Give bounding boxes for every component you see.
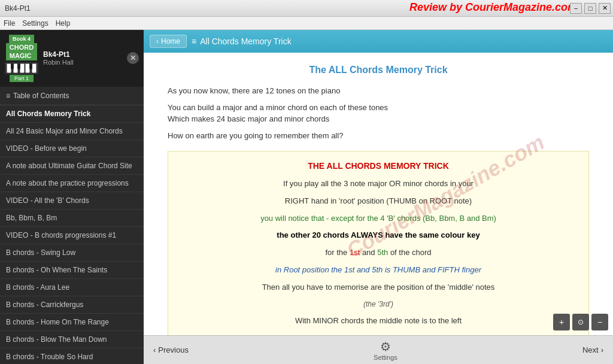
page-title: The ALL Chords Memory Trick (168, 65, 589, 75)
zoom-in-button[interactable]: + (553, 314, 570, 330)
menu-file[interactable]: File (4, 19, 15, 28)
sidebar-header-info: Bk4-Pt1 Robin Hall (43, 50, 122, 66)
menu-help[interactable]: Help (56, 19, 71, 28)
toc-item-6[interactable]: Bb, Bbm, B, Bm (0, 210, 144, 227)
settings-label: Settings (374, 354, 397, 361)
nav-title-text: All Chords Memory Trick (200, 37, 291, 46)
top-nav: ‹ Home ≡ All Chords Memory Trick (144, 30, 613, 53)
page-content: CourierMagazine.com The ALL Chords Memor… (144, 53, 613, 335)
trick-line-2: RIGHT hand in 'root' position (THUMB on … (180, 195, 576, 208)
app-body: Book 4 CHORDMAGIC Part 1 Bk4-Pt1 Robin H… (0, 30, 613, 364)
trick-line-3: you will notice that - except for the 4 … (180, 213, 576, 225)
menu-settings[interactable]: Settings (22, 19, 48, 28)
title-bar: Bk4-Pt1 Review by CourierMagazine.com − … (0, 0, 613, 17)
content-area: ‹ Home ≡ All Chords Memory Trick Courier… (144, 30, 613, 364)
sidebar: Book 4 CHORDMAGIC Part 1 Bk4-Pt1 Robin H… (0, 30, 144, 364)
settings-gear-icon: ⚙ (380, 339, 391, 354)
toc-item-11[interactable]: B chords - Carrickfergus (0, 296, 144, 314)
close-button[interactable]: ✕ (599, 3, 611, 14)
page-para-1: You can build a major and a minor chord … (168, 102, 589, 125)
toc-item-4[interactable]: A note about the practice progressions (0, 175, 144, 192)
toc-item-10[interactable]: B chords - Aura Lee (0, 279, 144, 296)
toc-item-5[interactable]: VIDEO - All the 'B' Chords (0, 192, 144, 210)
trick-line-5: for the 1st and 5th of the chord (180, 247, 576, 259)
toc-item-14[interactable]: B chords - Trouble So Hard (0, 348, 144, 364)
toc-header-label: Table of Contents (13, 92, 69, 100)
toc-list: All Chords Memory Trick All 24 Basic Maj… (0, 105, 144, 364)
sidebar-header: Book 4 CHORDMAGIC Part 1 Bk4-Pt1 Robin H… (0, 30, 144, 87)
book-title-badge: CHORDMAGIC (6, 43, 37, 60)
title-bar-controls: − □ ✕ (570, 3, 611, 14)
zoom-out-button[interactable]: − (591, 314, 608, 330)
trick-box-title: THE ALL CHORDS MEMORY TRICK (180, 161, 576, 171)
bottom-bar: ‹ Previous ⚙ Settings Next › (144, 335, 613, 364)
sidebar-header-title: Bk4-Pt1 (43, 50, 122, 59)
settings-button[interactable]: ⚙ Settings (374, 339, 397, 361)
watermark-title: Review by CourierMagazine.com (409, 1, 577, 14)
toc-hamburger-icon: ≡ (6, 92, 10, 100)
part-badge: Part 1 (10, 75, 34, 82)
toc-item-9[interactable]: B chords - Oh When The Saints (0, 262, 144, 279)
trick-line-4: the other 20 chords ALWAYS have the same… (180, 229, 576, 242)
page-para-0: As you now know, there are 12 tones on t… (168, 85, 589, 97)
chevron-left-icon: ‹ (156, 37, 159, 46)
maximize-button[interactable]: □ (584, 3, 596, 14)
toc-item-12[interactable]: B chords - Home On The Range (0, 314, 144, 331)
next-button-label: Next (582, 345, 599, 354)
home-button-label: Home (161, 37, 180, 46)
toc-item-0[interactable]: All Chords Memory Trick (0, 105, 144, 123)
page-para-2: How on earth are you going to remember t… (168, 130, 589, 142)
close-sidebar-button[interactable]: ✕ (127, 52, 139, 64)
hamburger-icon: ≡ (192, 37, 196, 46)
trick-line-1: If you play all the 3 note major OR mino… (180, 178, 576, 190)
toc-item-1[interactable]: All 24 Basic Major and Minor Chords (0, 123, 144, 140)
trick-line-7: Then all you have to memorise are the po… (180, 281, 576, 294)
next-chevron-icon: › (601, 345, 603, 354)
trick-line-6: in Root position the 1st and 5th is THUM… (180, 264, 576, 277)
home-button[interactable]: ‹ Home (150, 35, 187, 48)
previous-button[interactable]: ‹ Previous (153, 345, 189, 354)
trick-line-9: With MINOR chords the middle note is to … (180, 315, 576, 327)
prev-chevron-icon: ‹ (153, 345, 156, 354)
zoom-controls: + ⊙ − (553, 314, 608, 330)
minimize-button[interactable]: − (570, 3, 582, 14)
toc-item-2[interactable]: VIDEO - Before we begin (0, 140, 144, 157)
trick-line-8: (the '3rd') (180, 299, 576, 310)
toc-header: ≡ Table of Contents (0, 87, 144, 105)
book-num-badge: Book 4 (9, 35, 34, 43)
next-button[interactable]: Next › (582, 345, 603, 354)
nav-title: ≡ All Chords Memory Trick (192, 37, 292, 46)
trick-box: THE ALL CHORDS MEMORY TRICK If you play … (168, 151, 589, 335)
toc-item-7[interactable]: VIDEO - B chords progressions #1 (0, 227, 144, 244)
menu-bar: File Settings Help (0, 17, 613, 30)
toc-item-13[interactable]: B chords - Blow The Man Down (0, 331, 144, 348)
toc-item-3[interactable]: A note about Ultimate Guitar Chord Site (0, 157, 144, 175)
zoom-fit-button[interactable]: ⊙ (572, 314, 589, 330)
prev-button-label: Previous (158, 345, 189, 354)
toc-item-8[interactable]: B chords - Swing Low (0, 244, 144, 262)
title-bar-text: Bk4-Pt1 (5, 4, 31, 13)
trick-line-10: With MAJOR chords the middle note is to … (180, 332, 576, 335)
sidebar-header-sub: Robin Hall (43, 59, 122, 66)
